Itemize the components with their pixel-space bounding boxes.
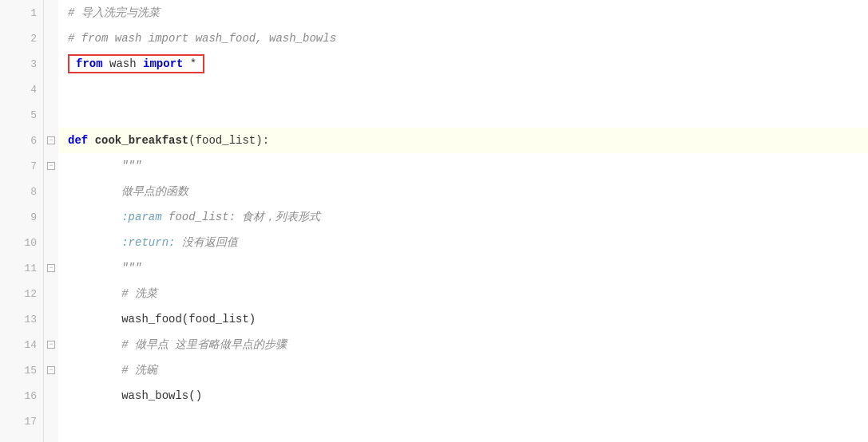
- token-kw-from: from: [76, 57, 103, 70]
- token-docstring: 做早点的函数: [121, 184, 188, 199]
- line-number-13: 13: [21, 306, 37, 332]
- line-number-gutter: 1234567891011121314151617: [0, 0, 44, 442]
- code-line-5: [58, 102, 868, 128]
- fold-cell-11[interactable]: −: [47, 255, 55, 281]
- code-line-13: wash_food(food_list): [58, 306, 868, 332]
- line-number-8: 8: [21, 179, 37, 204]
- token-plain: [68, 364, 121, 377]
- code-line-4: [58, 77, 868, 102]
- code-editor: 1234567891011121314151617 −−−−− # 导入洗完与洗…: [0, 0, 868, 442]
- code-line-2: # from wash import wash_food, wash_bowls: [58, 26, 868, 51]
- fold-icon-14[interactable]: −: [47, 341, 55, 349]
- code-line-14: # 做早点 这里省略做早点的步骤: [58, 332, 868, 357]
- fold-cell-14[interactable]: −: [47, 332, 55, 357]
- token-plain: [68, 313, 121, 326]
- code-line-10: :return: 没有返回值: [58, 230, 868, 255]
- fold-icon-6[interactable]: −: [47, 136, 55, 144]
- line-number-12: 12: [21, 281, 37, 306]
- token-kw-import: import: [143, 57, 183, 70]
- line-number-3: 3: [21, 51, 37, 77]
- token-func-name: cook_breakfast: [95, 134, 189, 147]
- code-line-17: [58, 408, 868, 434]
- token-comment: # from wash import wash_food, wash_bowls: [68, 32, 336, 45]
- token-return-label: :return:: [121, 236, 175, 249]
- line-number-15: 15: [21, 357, 37, 383]
- token-docstring: 没有返回值: [175, 235, 237, 250]
- token-plain: [88, 134, 94, 147]
- token-plain: [68, 160, 121, 172]
- fold-icon-11[interactable]: −: [47, 264, 55, 272]
- token-plain: [68, 389, 121, 402]
- token-docstring: """: [121, 160, 141, 172]
- code-line-6: def cook_breakfast(food_list):: [58, 128, 868, 153]
- token-docstring: food_list: 食材，列表形式: [162, 210, 321, 224]
- line-number-10: 10: [21, 230, 37, 255]
- fold-gutter: −−−−−: [44, 0, 58, 442]
- token-plain: (food_list):: [188, 134, 269, 147]
- token-comment: # 洗菜: [121, 286, 157, 301]
- line-number-9: 9: [21, 204, 37, 230]
- line-number-5: 5: [21, 102, 37, 128]
- token-param-label: :param: [121, 211, 161, 223]
- code-line-8: 做早点的函数: [58, 179, 868, 204]
- code-content: # 导入洗完与洗菜# from wash import wash_food, w…: [58, 0, 868, 442]
- code-line-9: :param food_list: 食材，列表形式: [58, 204, 868, 230]
- token-comment: # 做早点 这里省略做早点的步骤: [121, 337, 287, 352]
- code-line-15: # 洗碗: [58, 357, 868, 383]
- line-number-6: 6: [21, 128, 37, 153]
- token-plain: [68, 262, 121, 274]
- token-plain: wash_food(food_list): [121, 313, 256, 326]
- line-number-14: 14: [21, 332, 37, 357]
- token-plain: wash: [103, 57, 143, 70]
- fold-cell-15[interactable]: −: [47, 357, 55, 383]
- line-number-16: 16: [21, 383, 37, 408]
- code-line-3: from wash import *: [58, 51, 868, 77]
- code-line-12: # 洗菜: [58, 281, 868, 306]
- token-plain: [68, 338, 121, 351]
- line-number-11: 11: [21, 255, 37, 281]
- token-plain: *: [183, 57, 196, 70]
- token-plain: [68, 211, 121, 223]
- line-number-17: 17: [21, 408, 37, 434]
- token-plain: [68, 185, 121, 198]
- code-line-11: """: [58, 255, 868, 281]
- token-comment: # 导入洗完与洗菜: [68, 6, 160, 20]
- token-plain: [68, 287, 121, 300]
- code-line-1: # 导入洗完与洗菜: [58, 0, 868, 26]
- line-number-4: 4: [21, 77, 37, 102]
- fold-cell-6[interactable]: −: [47, 128, 55, 153]
- token-plain: [68, 236, 121, 249]
- token-plain: wash_bowls(): [121, 389, 202, 402]
- line-content-boxed: from wash import *: [68, 54, 204, 73]
- token-comment: # 洗碗: [121, 363, 157, 377]
- code-line-16: wash_bowls(): [58, 383, 868, 408]
- fold-icon-15[interactable]: −: [47, 366, 55, 374]
- code-line-7: """: [58, 153, 868, 179]
- token-kw-def: def: [68, 134, 88, 147]
- token-docstring: """: [121, 262, 141, 274]
- line-number-1: 1: [21, 0, 37, 26]
- line-number-7: 7: [21, 153, 37, 179]
- fold-icon-7[interactable]: −: [47, 162, 55, 170]
- fold-cell-7[interactable]: −: [47, 153, 55, 179]
- line-number-2: 2: [21, 26, 37, 51]
